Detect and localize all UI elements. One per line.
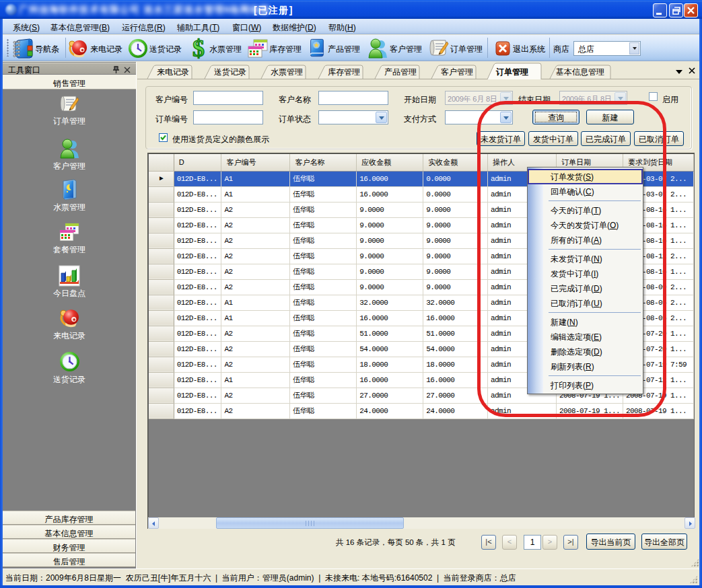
svg-text:水票管理: 水票管理 xyxy=(271,67,303,77)
svg-text:基本信息管理: 基本信息管理 xyxy=(556,67,604,77)
svg-text:客户管理: 客户管理 xyxy=(441,67,473,77)
svg-text:送货记录: 送货记录 xyxy=(214,67,246,77)
svg-text:库存管理: 库存管理 xyxy=(328,67,360,77)
svg-text:产品管理: 产品管理 xyxy=(384,67,417,77)
svg-text:来电记录: 来电记录 xyxy=(157,67,189,77)
svg-text:订单管理: 订单管理 xyxy=(495,67,528,77)
